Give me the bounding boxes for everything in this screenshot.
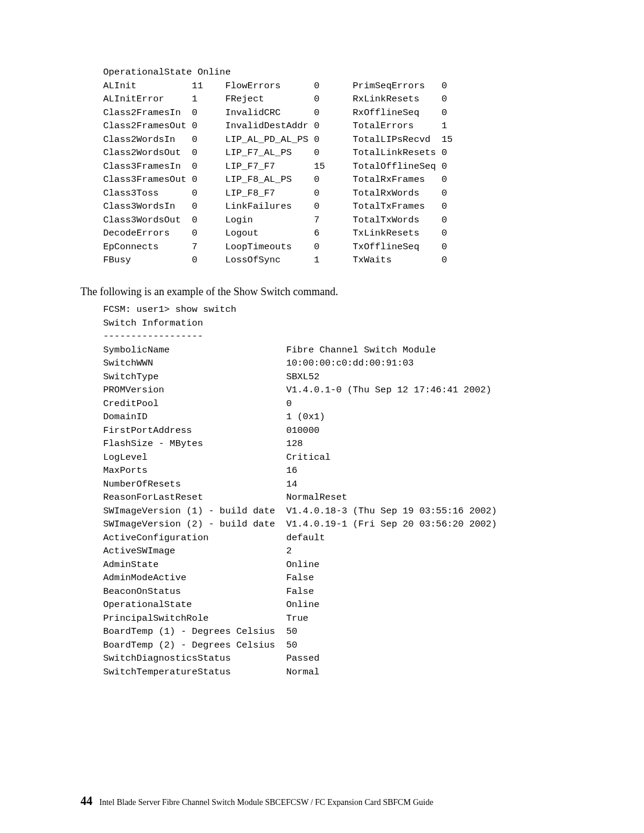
port-stats-block: OperationalState Online ALInit 11 FlowEr… bbox=[103, 66, 584, 267]
example-intro: The following is an example of the Show … bbox=[80, 285, 584, 299]
page-footer: 44 Intel Blade Server Fibre Channel Swit… bbox=[80, 794, 434, 810]
show-switch-output: FCSM: user1> show switch Switch Informat… bbox=[103, 303, 584, 679]
footer-title: Intel Blade Server Fibre Channel Switch … bbox=[100, 798, 434, 807]
page-number: 44 bbox=[80, 794, 92, 807]
